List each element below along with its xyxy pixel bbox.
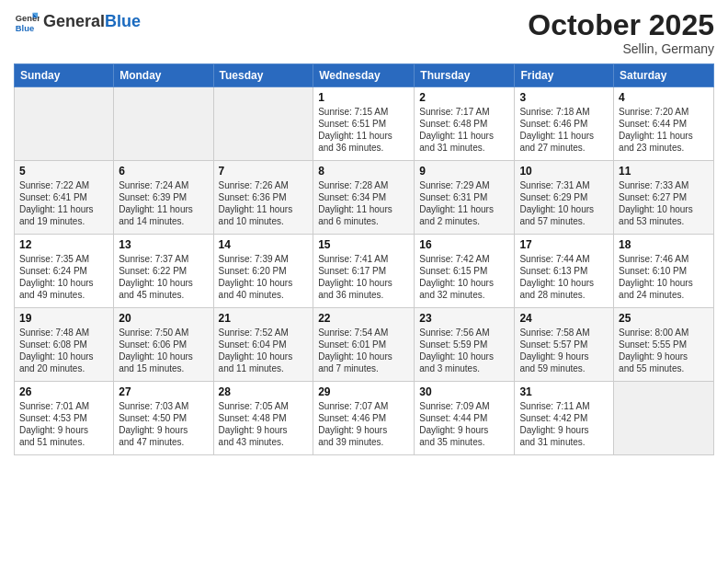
day-number: 14 xyxy=(219,238,309,251)
logo: General Blue GeneralBlue xyxy=(14,9,141,35)
day-number: 22 xyxy=(318,312,409,325)
day-cell-3-1: 20Sunrise: 7:50 AM Sunset: 6:06 PM Dayli… xyxy=(114,308,213,382)
day-info: Sunrise: 7:20 AM Sunset: 6:44 PM Dayligh… xyxy=(619,106,709,154)
day-cell-0-3: 1Sunrise: 7:15 AM Sunset: 6:51 PM Daylig… xyxy=(313,87,415,161)
day-cell-1-5: 10Sunrise: 7:31 AM Sunset: 6:29 PM Dayli… xyxy=(515,161,614,235)
day-cell-4-5: 31Sunrise: 7:11 AM Sunset: 4:42 PM Dayli… xyxy=(515,382,614,455)
logo-general: General xyxy=(43,12,105,30)
day-info: Sunrise: 7:44 AM Sunset: 6:13 PM Dayligh… xyxy=(519,253,609,301)
day-number: 17 xyxy=(519,238,609,251)
week-row-1: 5Sunrise: 7:22 AM Sunset: 6:41 PM Daylig… xyxy=(15,161,714,235)
week-row-2: 12Sunrise: 7:35 AM Sunset: 6:24 PM Dayli… xyxy=(15,235,714,308)
day-info: Sunrise: 7:29 AM Sunset: 6:31 PM Dayligh… xyxy=(419,179,509,227)
location: Sellin, Germany xyxy=(528,41,714,56)
day-info: Sunrise: 7:28 AM Sunset: 6:34 PM Dayligh… xyxy=(318,179,409,227)
day-cell-1-6: 11Sunrise: 7:33 AM Sunset: 6:27 PM Dayli… xyxy=(614,161,714,235)
day-cell-0-1 xyxy=(114,87,213,161)
day-info: Sunrise: 7:24 AM Sunset: 6:39 PM Dayligh… xyxy=(119,179,208,227)
day-cell-0-2 xyxy=(213,87,313,161)
day-info: Sunrise: 7:35 AM Sunset: 6:24 PM Dayligh… xyxy=(19,253,108,301)
day-number: 18 xyxy=(619,238,709,251)
day-number: 9 xyxy=(419,165,509,178)
col-tuesday: Tuesday xyxy=(213,64,313,87)
day-number: 7 xyxy=(219,165,309,178)
day-cell-1-2: 7Sunrise: 7:26 AM Sunset: 6:36 PM Daylig… xyxy=(213,161,313,235)
day-number: 6 xyxy=(119,165,208,178)
day-info: Sunrise: 7:33 AM Sunset: 6:27 PM Dayligh… xyxy=(619,179,709,227)
day-info: Sunrise: 7:39 AM Sunset: 6:20 PM Dayligh… xyxy=(219,253,309,301)
logo-icon: General Blue xyxy=(14,9,40,35)
day-number: 28 xyxy=(219,385,309,398)
day-info: Sunrise: 7:46 AM Sunset: 6:10 PM Dayligh… xyxy=(619,253,709,301)
day-cell-4-4: 30Sunrise: 7:09 AM Sunset: 4:44 PM Dayli… xyxy=(415,382,515,455)
day-cell-4-2: 28Sunrise: 7:05 AM Sunset: 4:48 PM Dayli… xyxy=(213,382,313,455)
day-number: 31 xyxy=(519,385,609,398)
day-info: Sunrise: 7:26 AM Sunset: 6:36 PM Dayligh… xyxy=(219,179,309,227)
day-number: 10 xyxy=(519,165,609,178)
header: General Blue GeneralBlue October 2025 Se… xyxy=(14,9,714,56)
day-info: Sunrise: 7:31 AM Sunset: 6:29 PM Dayligh… xyxy=(519,179,609,227)
logo-blue: Blue xyxy=(105,12,141,30)
day-cell-3-5: 24Sunrise: 7:58 AM Sunset: 5:57 PM Dayli… xyxy=(515,308,614,382)
day-info: Sunrise: 7:01 AM Sunset: 4:53 PM Dayligh… xyxy=(19,400,108,448)
day-number: 11 xyxy=(619,165,709,178)
day-info: Sunrise: 7:03 AM Sunset: 4:50 PM Dayligh… xyxy=(119,400,208,448)
day-cell-2-1: 13Sunrise: 7:37 AM Sunset: 6:22 PM Dayli… xyxy=(114,235,213,308)
col-thursday: Thursday xyxy=(415,64,515,87)
col-saturday: Saturday xyxy=(614,64,714,87)
day-cell-3-6: 25Sunrise: 8:00 AM Sunset: 5:55 PM Dayli… xyxy=(614,308,714,382)
day-cell-4-0: 26Sunrise: 7:01 AM Sunset: 4:53 PM Dayli… xyxy=(15,382,114,455)
day-cell-1-1: 6Sunrise: 7:24 AM Sunset: 6:39 PM Daylig… xyxy=(114,161,213,235)
day-number: 3 xyxy=(519,91,609,104)
day-cell-2-5: 17Sunrise: 7:44 AM Sunset: 6:13 PM Dayli… xyxy=(515,235,614,308)
day-number: 16 xyxy=(419,238,509,251)
day-number: 1 xyxy=(318,91,409,104)
day-info: Sunrise: 7:09 AM Sunset: 4:44 PM Dayligh… xyxy=(419,400,509,448)
day-cell-2-6: 18Sunrise: 7:46 AM Sunset: 6:10 PM Dayli… xyxy=(614,235,714,308)
day-info: Sunrise: 7:56 AM Sunset: 5:59 PM Dayligh… xyxy=(419,327,509,374)
day-cell-0-4: 2Sunrise: 7:17 AM Sunset: 6:48 PM Daylig… xyxy=(415,87,515,161)
svg-text:Blue: Blue xyxy=(16,24,34,33)
day-number: 20 xyxy=(119,312,208,325)
week-row-3: 19Sunrise: 7:48 AM Sunset: 6:08 PM Dayli… xyxy=(15,308,714,382)
day-cell-4-6 xyxy=(614,382,714,455)
day-info: Sunrise: 7:15 AM Sunset: 6:51 PM Dayligh… xyxy=(318,106,409,154)
day-cell-3-4: 23Sunrise: 7:56 AM Sunset: 5:59 PM Dayli… xyxy=(415,308,515,382)
day-cell-3-3: 22Sunrise: 7:54 AM Sunset: 6:01 PM Dayli… xyxy=(313,308,415,382)
day-info: Sunrise: 8:00 AM Sunset: 5:55 PM Dayligh… xyxy=(619,327,709,374)
day-number: 30 xyxy=(419,385,509,398)
day-number: 5 xyxy=(19,165,108,178)
day-info: Sunrise: 7:22 AM Sunset: 6:41 PM Dayligh… xyxy=(19,179,108,227)
day-info: Sunrise: 7:17 AM Sunset: 6:48 PM Dayligh… xyxy=(419,106,509,154)
day-cell-4-3: 29Sunrise: 7:07 AM Sunset: 4:46 PM Dayli… xyxy=(313,382,415,455)
week-row-0: 1Sunrise: 7:15 AM Sunset: 6:51 PM Daylig… xyxy=(15,87,714,161)
day-info: Sunrise: 7:48 AM Sunset: 6:08 PM Dayligh… xyxy=(19,327,108,374)
day-info: Sunrise: 7:50 AM Sunset: 6:06 PM Dayligh… xyxy=(119,327,208,374)
col-wednesday: Wednesday xyxy=(313,64,415,87)
day-info: Sunrise: 7:07 AM Sunset: 4:46 PM Dayligh… xyxy=(318,400,409,448)
day-info: Sunrise: 7:52 AM Sunset: 6:04 PM Dayligh… xyxy=(219,327,309,374)
day-cell-0-6: 4Sunrise: 7:20 AM Sunset: 6:44 PM Daylig… xyxy=(614,87,714,161)
col-sunday: Sunday xyxy=(15,64,114,87)
day-number: 19 xyxy=(19,312,108,325)
day-number: 4 xyxy=(619,91,709,104)
day-number: 26 xyxy=(19,385,108,398)
month-title: October 2025 xyxy=(528,9,714,41)
day-info: Sunrise: 7:54 AM Sunset: 6:01 PM Dayligh… xyxy=(318,327,409,374)
col-friday: Friday xyxy=(515,64,614,87)
day-cell-2-3: 15Sunrise: 7:41 AM Sunset: 6:17 PM Dayli… xyxy=(313,235,415,308)
day-number: 8 xyxy=(318,165,409,178)
day-number: 15 xyxy=(318,238,409,251)
day-cell-3-0: 19Sunrise: 7:48 AM Sunset: 6:08 PM Dayli… xyxy=(15,308,114,382)
day-cell-0-5: 3Sunrise: 7:18 AM Sunset: 6:46 PM Daylig… xyxy=(515,87,614,161)
page-container: General Blue GeneralBlue October 2025 Se… xyxy=(0,0,728,465)
day-cell-4-1: 27Sunrise: 7:03 AM Sunset: 4:50 PM Dayli… xyxy=(114,382,213,455)
day-number: 24 xyxy=(519,312,609,325)
day-cell-0-0 xyxy=(15,87,114,161)
day-cell-1-3: 8Sunrise: 7:28 AM Sunset: 6:34 PM Daylig… xyxy=(313,161,415,235)
day-cell-3-2: 21Sunrise: 7:52 AM Sunset: 6:04 PM Dayli… xyxy=(213,308,313,382)
day-info: Sunrise: 7:18 AM Sunset: 6:46 PM Dayligh… xyxy=(519,106,609,154)
day-info: Sunrise: 7:37 AM Sunset: 6:22 PM Dayligh… xyxy=(119,253,208,301)
day-number: 13 xyxy=(119,238,208,251)
day-number: 25 xyxy=(619,312,709,325)
